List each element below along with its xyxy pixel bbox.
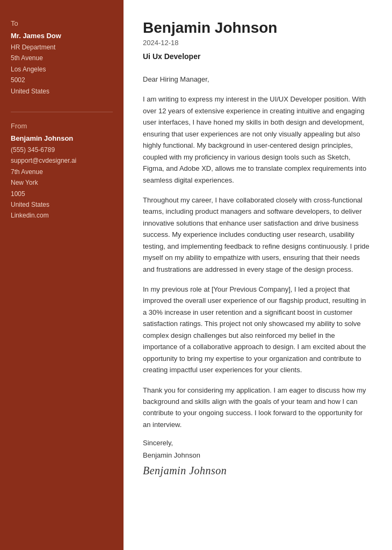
recipient-street: 5th Avenue <box>11 54 43 62</box>
main-content: Benjamin Johnson 2024-12-18 Ui Ux Develo… <box>124 0 392 550</box>
to-section: To Mr. James Dow HR Department 5th Avenu… <box>11 19 113 97</box>
sender-phone: (555) 345-6789 <box>11 146 55 154</box>
sender-name: Benjamin Johnson <box>11 134 113 142</box>
paragraph-4: Thank you for considering my application… <box>143 385 371 431</box>
applicant-name: Benjamin Johnson <box>143 19 371 37</box>
sender-city: New York <box>11 179 38 186</box>
sender-country: United States <box>11 201 49 208</box>
recipient-dept: HR Department <box>11 44 55 51</box>
sender-zip: 1005 <box>11 190 25 198</box>
sender-email: support@cvdesigner.ai <box>11 157 76 164</box>
recipient-details: HR Department 5th Avenue Los Angeles 500… <box>11 42 113 97</box>
recipient-zip: 5002 <box>11 76 25 84</box>
applicant-title: Ui Ux Developer <box>143 52 371 61</box>
sidebar-divider <box>11 112 113 112</box>
paragraph-3: In my previous role at [Your Previous Co… <box>143 284 371 376</box>
to-label: To <box>11 19 113 27</box>
sender-linkedin: Linkedin.com <box>11 212 49 219</box>
recipient-city: Los Angeles <box>11 66 46 73</box>
page: To Mr. James Dow HR Department 5th Avenu… <box>0 0 392 550</box>
from-label: From <box>11 122 113 130</box>
closing-word: Sincerely, <box>143 439 371 447</box>
from-section: From Benjamin Johnson (555) 345-6789 sup… <box>11 122 113 221</box>
recipient-country: United States <box>11 88 49 95</box>
closing-name: Benjamin Johnson <box>143 451 371 459</box>
sidebar: To Mr. James Dow HR Department 5th Avenu… <box>0 0 124 550</box>
paragraph-1: I am writing to express my interest in t… <box>143 93 371 186</box>
sender-details: (555) 345-6789 support@cvdesigner.ai 7th… <box>11 144 113 221</box>
sender-street: 7th Avenue <box>11 168 43 176</box>
salutation: Dear Hiring Manager, <box>143 74 371 85</box>
signature-cursive: Benjamin Johnson <box>143 465 371 477</box>
paragraph-2: Throughout my career, I have collaborate… <box>143 194 371 275</box>
applicant-date: 2024-12-18 <box>143 39 371 47</box>
recipient-name: Mr. James Dow <box>11 32 113 40</box>
letter-body: Dear Hiring Manager, I am writing to exp… <box>143 74 371 430</box>
